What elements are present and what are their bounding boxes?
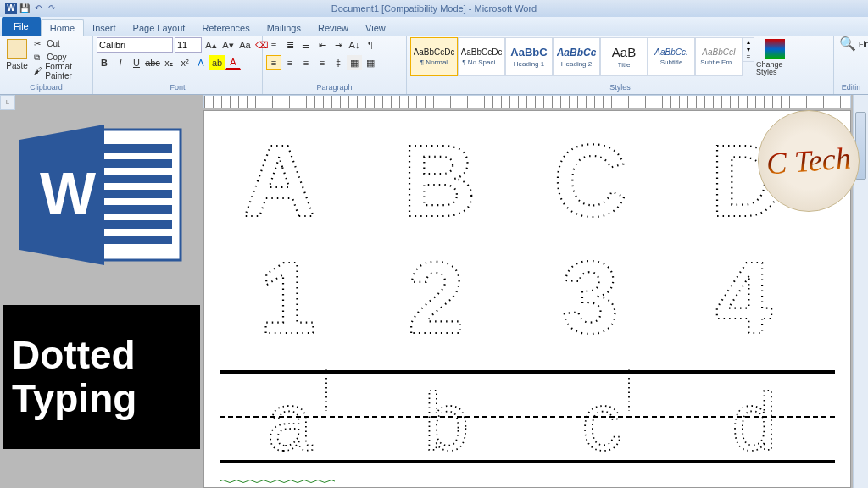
bullets-button[interactable]: ≡ [266,37,281,53]
undo-icon[interactable]: ↶ [32,3,44,14]
style-name: ¶ No Spaci... [462,58,501,66]
tab-view[interactable]: View [357,20,394,36]
highlight-button[interactable]: ab [209,55,225,70]
font-size-combo[interactable] [175,37,202,53]
svg-text:2: 2 [408,245,465,354]
row-uppercase: A B C D [220,128,835,238]
group-paragraph: ≡ ≣ ☰ ⇤ ⇥ A↓ ¶ ≡ ≡ ≡ ≡ ‡ ▦ ▦ Paragraph [263,36,407,94]
dotted-number: 4 [690,245,826,355]
word-logo-overlay: W [7,110,193,280]
style-subtle-emphasis[interactable]: AaBbCcISubtle Em... [695,37,743,76]
dotted-number: 2 [382,245,518,355]
dotted-lowercase: d [694,369,821,460]
strikethrough-button[interactable]: abc [145,55,160,70]
svg-text:b: b [424,376,469,460]
align-center-button[interactable]: ≡ [282,55,298,70]
align-left-button[interactable]: ≡ [266,55,281,70]
caption-line2: Typing [12,377,192,420]
scissors-icon: ✂ [34,39,44,49]
style-normal[interactable]: AaBbCcDc¶ Normal [410,37,458,76]
style-preview: AaBbC [510,46,547,58]
bold-button[interactable]: B [97,55,112,70]
save-icon[interactable]: 💾 [19,3,31,14]
change-styles-button[interactable]: Change Styles [754,37,795,78]
increase-indent-button[interactable]: ⇥ [331,37,346,53]
paragraph-group-label: Paragraph [266,82,403,92]
find-icon: 🔍 [839,36,856,52]
ribbon-tabs: File Home Insert Page Layout References … [0,17,868,36]
caption-overlay: Dotted Typing [3,305,200,449]
align-right-button[interactable]: ≡ [298,55,314,70]
channel-watermark: C Tech [758,110,860,212]
dotted-number: 3 [537,245,672,355]
styles-group-label: Styles [410,82,830,92]
style-no-spacing[interactable]: AaBbCcDc¶ No Spaci... [458,37,505,76]
svg-text:4: 4 [715,245,772,354]
superscript-button[interactable]: x² [177,55,192,70]
style-preview: AaBbCcI [702,47,735,57]
style-heading-2[interactable]: AaBbCcHeading 2 [553,37,600,76]
row-numbers: 1 2 3 4 [220,245,835,355]
tracing-lines: a b c d [220,370,835,463]
font-family-combo[interactable] [97,37,173,53]
text-effects-button[interactable]: A [193,55,209,70]
tab-mailings[interactable]: Mailings [259,20,309,36]
find-label: Find [859,40,868,48]
window-title: Document1 [Compatibility Mode] - Microso… [331,3,537,14]
line-spacing-button[interactable]: ‡ [331,55,346,70]
ribbon: Paste ✂Cut ⧉Copy 🖌Format Painter Clipboa… [0,36,868,95]
style-subtitle[interactable]: AaBbCc.Subtitle [648,37,695,76]
find-button[interactable]: 🔍Find [837,37,868,50]
dotted-lowercase: a [233,369,360,460]
borders-button[interactable]: ▦ [363,55,378,70]
font-color-button[interactable]: A [225,55,241,70]
paste-button[interactable]: Paste [3,37,31,72]
cut-label: Cut [47,39,60,48]
grow-font-button[interactable]: A▴ [203,37,219,53]
shading-button[interactable]: ▦ [347,55,362,70]
horizontal-ruler[interactable] [203,95,851,108]
editing-group-label: Editin [837,82,865,92]
title-bar: W 💾 ↶ ↷ Document1 [Compatibility Mode] -… [0,0,868,17]
subscript-button[interactable]: x₂ [161,55,176,70]
style-preview: AaBbCcDc [414,47,455,57]
style-heading-1[interactable]: AaBbCHeading 1 [505,37,553,76]
svg-text:W: W [40,161,96,227]
decrease-indent-button[interactable]: ⇤ [314,37,330,53]
group-font: A▴ A▾ Aa ⌫ B I U abc x₂ x² A ab A Font [93,36,263,94]
tab-home[interactable]: Home [41,19,84,36]
svg-text:A: A [242,128,316,237]
justify-button[interactable]: ≡ [314,55,330,70]
group-editing: 🔍Find Editin [834,36,868,94]
tab-insert[interactable]: Insert [84,20,125,36]
paste-icon [7,39,27,59]
document-page[interactable]: A B C D 1 2 3 4 a b c d [203,110,851,488]
change-styles-icon [765,39,785,59]
tab-references[interactable]: References [193,20,258,36]
style-title[interactable]: AaBTitle [600,37,648,76]
group-clipboard: Paste ✂Cut ⧉Copy 🖌Format Painter Clipboa… [0,36,93,94]
redo-icon[interactable]: ↷ [46,3,58,14]
file-tab[interactable]: File [2,17,41,36]
dotted-letter: A [229,128,364,238]
numbering-button[interactable]: ≣ [282,37,298,53]
format-painter-button[interactable]: 🖌Format Painter [32,64,89,77]
italic-button[interactable]: I [113,55,128,70]
ruler-corner[interactable]: L [0,95,15,110]
tab-review[interactable]: Review [309,20,357,36]
underline-button[interactable]: U [129,55,144,70]
style-name: Title [618,61,631,69]
word-app-icon[interactable]: W [5,3,17,14]
change-case-button[interactable]: Aa [237,37,253,53]
text-cursor [220,119,220,135]
styles-scroll[interactable]: ▴▾≡ [743,37,754,62]
style-preview: AaBbCc. [654,47,687,57]
cut-button[interactable]: ✂Cut [32,37,89,50]
style-preview: AaBbCcDc [461,47,503,57]
tab-page-layout[interactable]: Page Layout [125,20,194,36]
sort-button[interactable]: A↓ [347,37,362,53]
show-marks-button[interactable]: ¶ [363,37,378,53]
multilevel-list-button[interactable]: ☰ [298,37,314,53]
svg-text:c: c [581,376,622,460]
shrink-font-button[interactable]: A▾ [220,37,236,53]
